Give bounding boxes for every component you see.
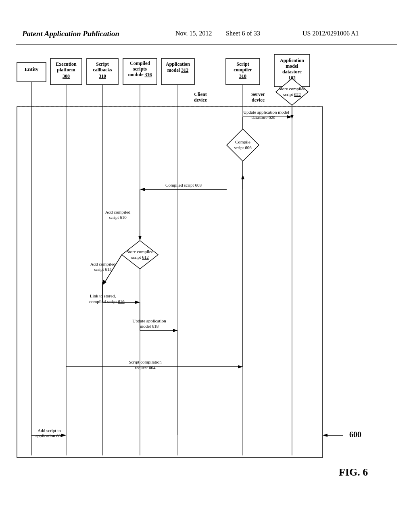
svg-text:Update application model: Update application model [243,110,289,114]
svg-text:datastore 620: datastore 620 [252,115,275,120]
svg-text:model 312: model 312 [167,67,188,73]
svg-text:model 618: model 618 [140,324,159,328]
svg-text:application 602: application 602 [35,433,63,438]
sheet-info: Sheet 6 of 33 [226,30,260,37]
svg-text:model: model [286,63,298,69]
svg-text:Store compiled: Store compiled [279,86,306,91]
svg-text:compiler: compiler [234,67,252,73]
svg-text:Store compiled: Store compiled [127,249,154,254]
svg-text:Execution: Execution [56,61,77,67]
svg-text:Compiled script 608: Compiled script 608 [165,183,202,187]
svg-text:600: 600 [349,430,361,439]
svg-text:308: 308 [63,73,70,79]
svg-text:Script compilation: Script compilation [129,360,162,364]
svg-text:Entity: Entity [25,66,39,72]
svg-text:scripts: scripts [133,66,147,72]
svg-text:Compile: Compile [235,139,250,144]
svg-text:callbacks: callbacks [93,67,112,73]
svg-text:Script: Script [96,61,108,67]
svg-text:request 604: request 604 [135,365,156,370]
svg-text:Script: Script [236,61,249,67]
svg-text:Application: Application [166,61,190,67]
full-page-svg: Patent Application Publication Nov. 15, … [0,0,413,532]
svg-text:Client: Client [194,91,206,97]
svg-text:script 612: script 612 [131,255,149,260]
publication-title: Patent Application Publication [22,29,119,38]
svg-text:Update application: Update application [132,318,166,323]
svg-text:datastore: datastore [282,69,302,75]
svg-text:Server: Server [251,91,265,97]
svg-text:318: 318 [239,73,246,79]
svg-text:module 316: module 316 [128,72,152,77]
pub-date: Nov. 15, 2012 [175,30,212,37]
svg-rect-93 [17,62,46,82]
svg-text:Compiled: Compiled [130,60,150,66]
svg-text:Add script to: Add script to [38,428,61,433]
svg-text:script 610: script 610 [109,215,127,220]
svg-text:Application: Application [280,58,304,63]
pub-number: US 2012/0291006 A1 [302,30,359,37]
svg-text:script 614: script 614 [94,267,112,272]
svg-text:platform: platform [57,67,75,73]
svg-text:FIG. 6: FIG. 6 [339,466,368,478]
svg-text:Add compiled: Add compiled [105,210,131,214]
svg-text:compiled script 616: compiled script 616 [89,299,125,304]
svg-text:script 606: script 606 [234,145,252,150]
svg-text:device: device [194,97,207,103]
svg-text:310: 310 [99,73,106,79]
svg-text:script 622: script 622 [283,92,301,97]
svg-text:Add compiled: Add compiled [90,262,116,266]
svg-text:device: device [252,97,265,103]
svg-text:Link to stored,: Link to stored, [90,293,116,298]
